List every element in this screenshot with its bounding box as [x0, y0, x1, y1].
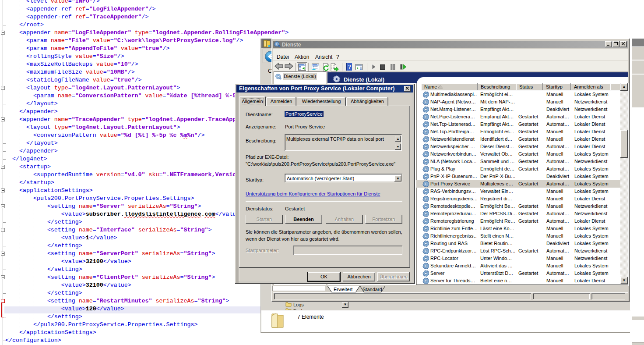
svg-text:Standard: Standard: [362, 287, 382, 292]
svg-text:?: ?: [348, 64, 351, 71]
svg-text:Erweitert: Erweitert: [334, 287, 352, 292]
